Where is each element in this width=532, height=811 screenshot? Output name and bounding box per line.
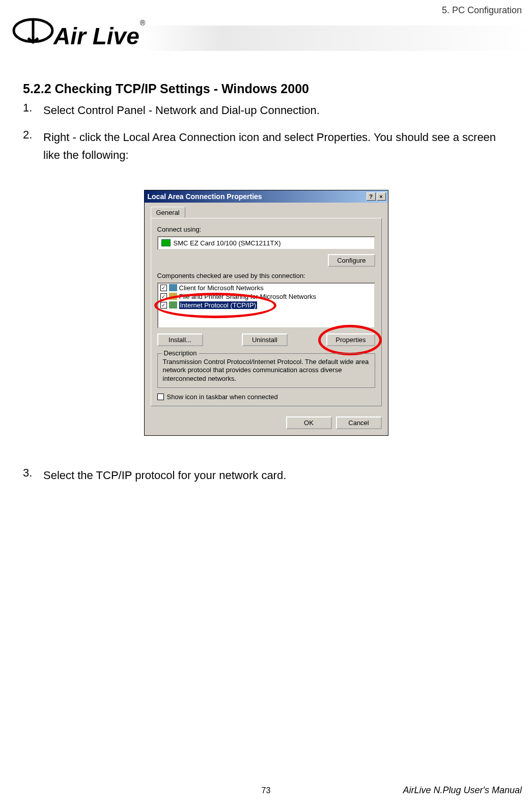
chapter-header: 5. PC Configuration [442, 5, 522, 16]
section-heading: 5.2.2 Checking TCP/IP Settings - Windows… [23, 81, 509, 96]
connect-using-label: Connect using: [157, 226, 375, 233]
uninstall-button[interactable]: Uninstall [242, 333, 288, 346]
help-button[interactable]: ? [367, 192, 376, 201]
install-button[interactable]: Install... [157, 333, 203, 346]
manual-title: AirLive N.Plug User's Manual [403, 785, 522, 796]
step-text: Right - click the Local Area Connection … [43, 128, 509, 164]
dialog-title: Local Area Connection Properties [148, 192, 367, 201]
tcpip-icon [169, 301, 177, 309]
component-label: Client for Microsoft Networks [179, 284, 264, 292]
cancel-button[interactable]: Cancel [336, 416, 382, 429]
svg-text:Air Live: Air Live [53, 23, 139, 49]
airlive-logo-icon: Air Live ® [5, 13, 148, 59]
step-text: Select Control Panel - Network and Dial-… [43, 101, 509, 119]
close-button[interactable]: × [377, 192, 386, 201]
components-label: Components checked are used by this conn… [157, 272, 375, 279]
component-label-selected: Internet Protocol (TCP/IP) [179, 301, 258, 309]
show-icon-checkbox[interactable] [157, 394, 164, 400]
component-item-client[interactable]: ✓ Client for Microsoft Networks [158, 284, 374, 292]
component-label: File and Printer Sharing for Microsoft N… [179, 293, 316, 300]
step-1: 1. Select Control Panel - Network and Di… [23, 101, 509, 119]
header-gradient-bar [143, 25, 532, 51]
show-icon-label: Show icon in taskbar when connected [167, 393, 278, 401]
description-legend: Description [162, 349, 199, 357]
description-fieldset: Description Transmission Control Protoco… [157, 353, 375, 388]
components-listbox[interactable]: ✓ Client for Microsoft Networks ✓ File a… [157, 283, 375, 328]
tab-general[interactable]: General [151, 207, 185, 218]
ok-button[interactable]: OK [286, 416, 332, 429]
step-number: 1. [23, 101, 43, 119]
properties-dialog: Local Area Connection Properties ? × Gen… [144, 190, 388, 436]
checkbox-icon[interactable]: ✓ [160, 285, 167, 291]
step-number: 2. [23, 128, 43, 164]
brand-logo: Air Live ® [5, 13, 148, 59]
nic-name: SMC EZ Card 10/100 (SMC1211TX) [174, 239, 281, 247]
component-item-tcpip[interactable]: ✓ Internet Protocol (TCP/IP) [158, 301, 374, 310]
printer-icon [169, 293, 177, 300]
step-3: 3. Select the TCP/IP protocol for your n… [23, 466, 509, 484]
dialog-titlebar: Local Area Connection Properties ? × [145, 190, 388, 203]
checkbox-icon[interactable]: ✓ [160, 293, 167, 300]
properties-button[interactable]: Properties [326, 333, 375, 346]
nic-field[interactable]: SMC EZ Card 10/100 (SMC1211TX) [157, 236, 375, 250]
configure-button[interactable]: Configure [328, 254, 375, 267]
description-text: Transmission Control Protocol/Internet P… [163, 358, 370, 384]
client-icon [169, 284, 177, 291]
nic-icon [161, 239, 171, 246]
component-item-fileprint[interactable]: ✓ File and Printer Sharing for Microsoft… [158, 292, 374, 301]
step-2: 2. Right - click the Local Area Connecti… [23, 128, 509, 164]
checkbox-icon[interactable]: ✓ [160, 302, 167, 309]
step-number: 3. [23, 466, 43, 484]
step-text: Select the TCP/IP protocol for your netw… [43, 466, 509, 484]
page-number: 73 [262, 786, 271, 795]
